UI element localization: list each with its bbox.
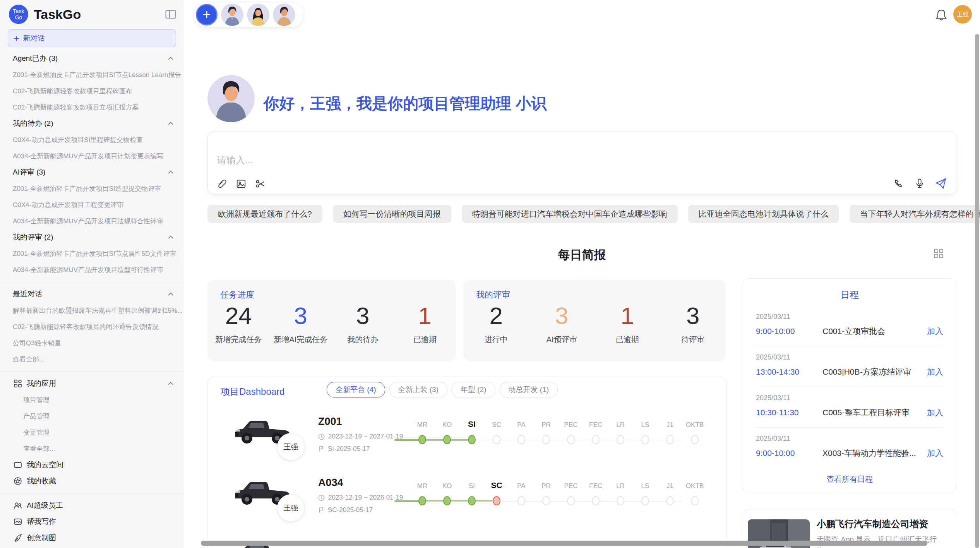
conversation-item[interactable]: A034-全新新能源MUV产品开发项目计划变更表编写 (0, 148, 184, 164)
stat-grid: 24 新增完成任务 3 新增AI完成任务 3 我的待办 1 已逾期 (207, 303, 456, 345)
milestone-node (418, 435, 426, 444)
app-item-product-mgmt[interactable]: 产品管理 (0, 408, 184, 424)
section-title: AI评审 (3) (13, 167, 45, 177)
input-actions (893, 178, 947, 189)
conversation-item[interactable]: Z001-全新燃油轻卡产品开发项目SI节点属性5D文件评审 (0, 245, 184, 262)
milestone-node (666, 496, 674, 505)
divider (0, 282, 184, 282)
send-icon[interactable] (935, 178, 947, 189)
conversation-item[interactable]: C02-飞腾新能源轻客改款项目立项汇报方案 (0, 99, 184, 115)
project-dates: 2023-12-19 ~ 2027-01-19 (318, 433, 403, 440)
tab-all-new-body[interactable]: 全新上装 (3) (389, 382, 448, 397)
suggestion-chip[interactable]: 欧洲新规最近颁布了什么? (207, 205, 322, 223)
project-owner-badge: 王强 (277, 494, 305, 522)
milestone-label: SC (491, 478, 502, 490)
app-item-project-mgmt[interactable]: 项目管理 (0, 392, 184, 408)
add-agent-button[interactable]: + (196, 4, 218, 26)
recent-chat-item[interactable]: 公司Q3轻卡销量 (0, 335, 184, 351)
tab-all-new-platform[interactable]: 全新平台 (4) (327, 382, 385, 397)
briefing-layout-icon[interactable] (934, 248, 944, 259)
view-all-chats-link[interactable]: 查看全部... (0, 351, 184, 367)
section-agent-done[interactable]: Agent已办 (3) (0, 50, 184, 67)
conversation-item[interactable]: Z001-全新燃油轻卡产品开发项目SI造型提交物评审 (0, 180, 184, 197)
section-my-todo[interactable]: 我的待办 (2) (0, 115, 184, 132)
agent-avatar-1[interactable] (221, 3, 243, 26)
conversation-item[interactable]: A034-全新新能源MUV产品开发项目造型可行性评审 (0, 262, 184, 278)
app-item-change-mgmt[interactable]: 变更管理 (0, 424, 184, 440)
agent-avatar-2[interactable] (247, 3, 269, 26)
milestone-node (592, 496, 600, 505)
clock-icon (318, 495, 325, 501)
stat-grid: 2 进行中 3 AI预评审 1 已逾期 3 待评审 (463, 303, 726, 345)
conversation-item[interactable]: C0X4-动力总成开发项目工程变更评审 (0, 197, 184, 213)
scissors-icon[interactable] (255, 178, 266, 189)
join-meeting-link[interactable]: 加入 (927, 326, 943, 337)
view-all-apps-link[interactable]: 查看全部... (0, 440, 184, 457)
vertical-scrollbar[interactable] (975, 34, 979, 548)
sidebar-item-creative-drawing[interactable]: 创意制图 (0, 530, 184, 546)
schedule-item: 2025/03/11 9:00-10:00 X003-车辆动力学性能验... 加… (756, 428, 943, 468)
milestone-node (517, 496, 525, 505)
project-row-a034[interactable]: 王强 A034 2023-12-19 ~ 2026-01-19 SC-2025-… (208, 474, 726, 532)
sidebar-item-my-apps[interactable]: 我的应用 (0, 375, 184, 392)
milestone-node (666, 435, 674, 444)
milestone-label: PR (541, 416, 551, 429)
join-meeting-link[interactable]: 加入 (927, 448, 943, 459)
project-dates-text: 2023-12-19 ~ 2027-01-19 (328, 433, 403, 440)
milestone-label: PA (517, 416, 525, 429)
conversation-item[interactable]: Z001-全新燃油皮卡产品开发项目SI节点Lesson Learn报告 (0, 67, 184, 83)
stat-value: 3 (686, 303, 699, 328)
sidebar-item-ai-super-staff[interactable]: AI超级员工 (0, 497, 184, 514)
milestone-node (542, 435, 550, 444)
phone-call-icon[interactable] (893, 178, 904, 189)
apps-grid-icon (14, 379, 22, 388)
tab-powertrain[interactable]: 动总开发 (1) (500, 382, 558, 397)
sidebar-item-favorites[interactable]: 我的收藏 (0, 473, 184, 489)
image-icon[interactable] (236, 178, 247, 189)
section-title: 我的待办 (2) (13, 118, 53, 128)
milestone-label: PR (541, 478, 551, 490)
greeting-text: 你好，王强，我是你的项目管理助理 小识 (264, 93, 547, 114)
chat-input[interactable] (216, 154, 760, 166)
section-recent-chats[interactable]: 最近对话 (0, 286, 184, 302)
collapse-sidebar-icon[interactable] (165, 10, 176, 19)
sidebar-item-help-me-write[interactable]: 帮我写作 (0, 514, 184, 530)
cloud-space-icon (14, 461, 22, 469)
suggestion-chip[interactable]: 当下年轻人对汽车外观有怎样的喜好趋势 (850, 205, 980, 223)
horizontal-scrollbar[interactable] (201, 541, 927, 546)
conversation-item[interactable]: C0X4-动力总成开发项目SI里程碑提交物检查 (0, 132, 184, 148)
suggestion-chip[interactable]: 特朗普可能对进口汽车增税会对中国车企造成哪些影响 (462, 205, 678, 223)
new-chat-button[interactable]: + 新对话 (8, 29, 176, 47)
stat-value: 1 (621, 303, 634, 328)
conversation-item[interactable]: C02-飞腾新能源轻客改款项目里程碑画布 (0, 83, 184, 99)
section-my-review[interactable]: 我的评审 (2) (0, 229, 184, 245)
schedule-time: 13:00-14:30 (756, 367, 822, 377)
agent-avatar-3[interactable] (273, 3, 295, 26)
chevron-up-icon (168, 122, 174, 125)
join-meeting-link[interactable]: 加入 (927, 407, 943, 418)
microphone-icon[interactable] (914, 178, 925, 189)
tab-model-year[interactable]: 年型 (2) (452, 382, 495, 397)
card-title: 任务进度 (220, 289, 254, 301)
user-avatar[interactable]: 王强 (953, 5, 972, 24)
suggestion-chip[interactable]: 比亚迪全固态电池计划具体说了什么 (688, 205, 839, 223)
recent-chat-item[interactable]: 解释最新出台的欧盟报废车法规再生塑料比例被调到15%... (0, 302, 184, 319)
milestone-label: FEC (589, 416, 602, 429)
my-review-card: 我的评审 2 进行中 3 AI预评审 1 已逾期 3 待评审 (463, 280, 726, 361)
join-meeting-link[interactable]: 加入 (927, 366, 943, 377)
project-row-z001[interactable]: 王强 Z001 2023-12-19 ~ 2027-01-19 SI-2025-… (208, 413, 726, 471)
stat-label: 待评审 (681, 334, 704, 345)
recent-chat-item[interactable]: C02-飞腾新能源轻客改款项目的闭环通告反馈情况 (0, 319, 184, 335)
milestone-label: PEC (564, 416, 578, 429)
suggestion-chip[interactable]: 如何写一份清晰的项目周报 (333, 205, 451, 223)
milestone-label: J1 (666, 416, 673, 429)
sidebar-item-cloud-space[interactable]: 我的云空间 (0, 457, 184, 473)
notification-bell-icon[interactable] (935, 9, 947, 21)
milestone-label: KO (442, 416, 452, 429)
paperclip-icon[interactable] (216, 178, 227, 189)
conversation-item[interactable]: A034-全新新能源MUV产品开发项目法规符合性评审 (0, 213, 184, 229)
stat: 3 新增AI完成任务 (270, 303, 332, 345)
view-all-schedule-link[interactable]: 查看所有日程 (756, 474, 943, 485)
section-ai-review[interactable]: AI评审 (3) (0, 164, 184, 180)
milestone-label: LS (641, 478, 649, 490)
